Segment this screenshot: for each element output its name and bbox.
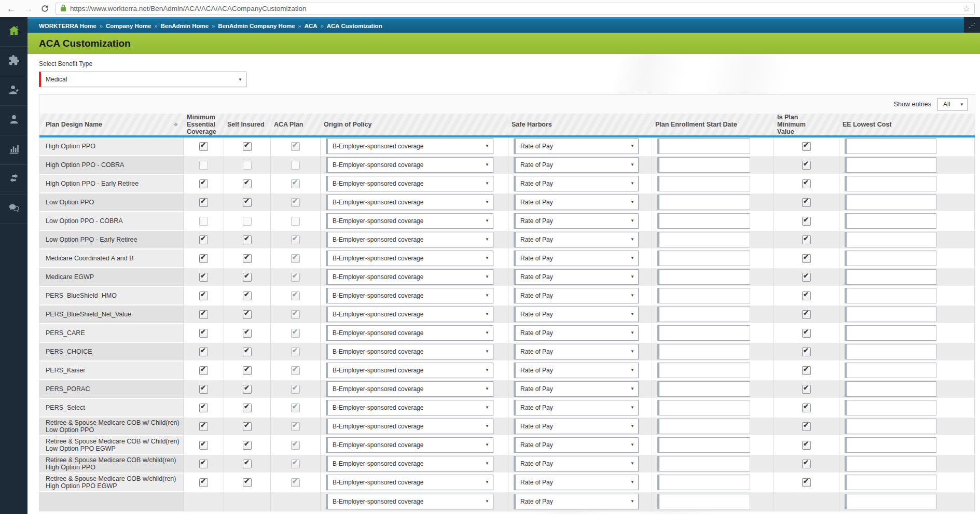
- self-insured-checkbox[interactable]: [243, 441, 252, 450]
- self-insured-checkbox[interactable]: [243, 422, 252, 431]
- self-insured-checkbox[interactable]: [243, 366, 252, 375]
- minimum-essential-coverage-checkbox[interactable]: [199, 310, 208, 319]
- safe-harbors-select[interactable]: Rate of Pay▼: [514, 381, 639, 397]
- is-plan-minimum-value-checkbox[interactable]: [802, 478, 811, 487]
- plan-enrollment-start-date-input[interactable]: [657, 195, 750, 210]
- origin-of-policy-select[interactable]: B-Employer-sponsored coverage▼: [326, 288, 493, 303]
- origin-of-policy-select[interactable]: B-Employer-sponsored coverage▼: [326, 381, 493, 397]
- breadcrumb-item[interactable]: Company Home: [106, 23, 151, 29]
- plan-enrollment-start-date-input[interactable]: [657, 363, 750, 378]
- refresh-icon[interactable]: [40, 4, 49, 13]
- origin-of-policy-select[interactable]: B-Employer-sponsored coverage▼: [326, 344, 493, 359]
- safe-harbors-select[interactable]: Rate of Pay▼: [514, 195, 639, 210]
- self-insured-checkbox[interactable]: [243, 329, 252, 338]
- origin-of-policy-select[interactable]: B-Employer-sponsored coverage▼: [326, 437, 493, 453]
- sidebar-item[interactable]: [0, 195, 27, 224]
- sort-icon[interactable]: [174, 120, 178, 129]
- plan-enrollment-start-date-input[interactable]: [657, 494, 750, 509]
- plan-enrollment-start-date-input[interactable]: [657, 437, 750, 453]
- ee-lowest-cost-input[interactable]: [845, 157, 936, 173]
- plan-enrollment-start-date-input[interactable]: [657, 176, 750, 191]
- ee-lowest-cost-input[interactable]: [845, 288, 936, 303]
- ee-lowest-cost-input[interactable]: [845, 363, 936, 378]
- is-plan-minimum-value-checkbox[interactable]: [802, 291, 811, 300]
- plan-enrollment-start-date-input[interactable]: [657, 251, 750, 266]
- ee-lowest-cost-input[interactable]: [845, 195, 936, 210]
- ee-lowest-cost-input[interactable]: [845, 325, 936, 341]
- self-insured-checkbox[interactable]: [243, 460, 252, 468]
- safe-harbors-select[interactable]: Rate of Pay▼: [514, 325, 639, 341]
- safe-harbors-select[interactable]: Rate of Pay▼: [514, 269, 639, 285]
- is-plan-minimum-value-checkbox[interactable]: [802, 161, 811, 170]
- safe-harbors-select[interactable]: Rate of Pay▼: [514, 307, 639, 322]
- self-insured-checkbox[interactable]: [243, 310, 252, 319]
- show-entries-select[interactable]: All ▼: [937, 98, 968, 111]
- minimum-essential-coverage-checkbox[interactable]: [199, 404, 208, 412]
- plan-enrollment-start-date-input[interactable]: [657, 400, 750, 415]
- minimum-essential-coverage-checkbox[interactable]: [199, 254, 208, 263]
- plan-enrollment-start-date-input[interactable]: [657, 213, 750, 229]
- origin-of-policy-select[interactable]: B-Employer-sponsored coverage▼: [326, 307, 493, 322]
- minimum-essential-coverage-checkbox[interactable]: [199, 273, 208, 282]
- safe-harbors-select[interactable]: Rate of Pay▼: [514, 251, 639, 266]
- minimum-essential-coverage-checkbox[interactable]: [199, 179, 208, 188]
- ee-lowest-cost-input[interactable]: [845, 475, 936, 490]
- origin-of-policy-select[interactable]: B-Employer-sponsored coverage▼: [326, 494, 493, 509]
- ee-lowest-cost-input[interactable]: [845, 494, 936, 509]
- safe-harbors-select[interactable]: Rate of Pay▼: [514, 494, 639, 509]
- ee-lowest-cost-input[interactable]: [845, 269, 936, 285]
- is-plan-minimum-value-checkbox[interactable]: [802, 142, 811, 151]
- plan-enrollment-start-date-input[interactable]: [657, 381, 750, 397]
- plan-enrollment-start-date-input[interactable]: [657, 419, 750, 434]
- sidebar-item[interactable]: [0, 76, 27, 106]
- sidebar-item[interactable]: [0, 17, 27, 47]
- self-insured-checkbox[interactable]: [243, 291, 252, 300]
- origin-of-policy-select[interactable]: B-Employer-sponsored coverage▼: [326, 232, 493, 247]
- breadcrumb-item[interactable]: ACA: [305, 23, 318, 29]
- origin-of-policy-select[interactable]: B-Employer-sponsored coverage▼: [326, 138, 493, 154]
- safe-harbors-select[interactable]: Rate of Pay▼: [514, 344, 639, 359]
- self-insured-checkbox[interactable]: [243, 254, 252, 263]
- self-insured-checkbox[interactable]: [243, 235, 252, 244]
- self-insured-checkbox[interactable]: [243, 478, 252, 487]
- breadcrumb-item[interactable]: BenAdmin Home: [161, 23, 209, 29]
- safe-harbors-select[interactable]: Rate of Pay▼: [514, 419, 639, 434]
- minimum-essential-coverage-checkbox[interactable]: [199, 142, 208, 151]
- origin-of-policy-select[interactable]: B-Employer-sponsored coverage▼: [326, 176, 493, 191]
- plan-enrollment-start-date-input[interactable]: [657, 232, 750, 247]
- breadcrumb-item[interactable]: BenAdmin Company Home: [218, 23, 295, 29]
- safe-harbors-select[interactable]: Rate of Pay▼: [514, 176, 639, 191]
- is-plan-minimum-value-checkbox[interactable]: [802, 422, 811, 431]
- safe-harbors-select[interactable]: Rate of Pay▼: [514, 232, 639, 247]
- origin-of-policy-select[interactable]: B-Employer-sponsored coverage▼: [326, 213, 493, 229]
- self-insured-checkbox[interactable]: [243, 142, 252, 151]
- sidebar-item[interactable]: [0, 135, 27, 165]
- plan-enrollment-start-date-input[interactable]: [657, 456, 750, 471]
- ee-lowest-cost-input[interactable]: [845, 307, 936, 322]
- origin-of-policy-select[interactable]: B-Employer-sponsored coverage▼: [326, 475, 493, 490]
- plan-enrollment-start-date-input[interactable]: [657, 307, 750, 322]
- address-bar[interactable]: https://www.workterra.net/BenAdmin/ACA/A…: [56, 3, 975, 15]
- col-header-plan-design-name[interactable]: Plan Design Name: [39, 114, 184, 137]
- safe-harbors-select[interactable]: Rate of Pay▼: [514, 288, 639, 303]
- ee-lowest-cost-input[interactable]: [845, 176, 936, 191]
- origin-of-policy-select[interactable]: B-Employer-sponsored coverage▼: [326, 325, 493, 341]
- minimum-essential-coverage-checkbox[interactable]: [199, 422, 208, 431]
- ee-lowest-cost-input[interactable]: [845, 437, 936, 453]
- minimum-essential-coverage-checkbox[interactable]: [199, 460, 208, 468]
- breadcrumb-item[interactable]: WORKTERRA Home: [39, 23, 96, 29]
- safe-harbors-select[interactable]: Rate of Pay▼: [514, 437, 639, 453]
- ee-lowest-cost-input[interactable]: [845, 400, 936, 415]
- self-insured-checkbox[interactable]: [243, 179, 252, 188]
- is-plan-minimum-value-checkbox[interactable]: [802, 217, 811, 226]
- safe-harbors-select[interactable]: Rate of Pay▼: [514, 138, 639, 154]
- breadcrumb-item[interactable]: ACA Customization: [327, 23, 382, 29]
- plan-enrollment-start-date-input[interactable]: [657, 344, 750, 359]
- plan-enrollment-start-date-input[interactable]: [657, 288, 750, 303]
- is-plan-minimum-value-checkbox[interactable]: [802, 254, 811, 263]
- corner-button[interactable]: ⋰: [964, 17, 980, 33]
- plan-enrollment-start-date-input[interactable]: [657, 475, 750, 490]
- ee-lowest-cost-input[interactable]: [845, 344, 936, 359]
- sidebar-item[interactable]: [0, 165, 27, 195]
- is-plan-minimum-value-checkbox[interactable]: [802, 198, 811, 207]
